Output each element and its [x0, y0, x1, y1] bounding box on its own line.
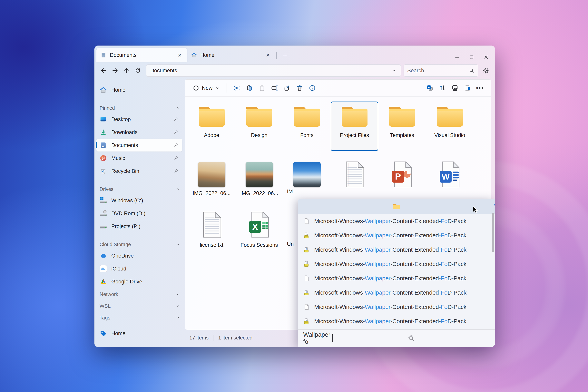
palette-search-input[interactable]: Wallpaper fo: [298, 330, 495, 347]
result-text-segment: Microsoft-Windows-: [314, 318, 365, 324]
up-button[interactable]: [121, 66, 132, 76]
overlay-result-row[interactable]: Microsoft-Windows-Wallpaper-Content-Exte…: [298, 257, 495, 271]
copy-button[interactable]: [244, 82, 256, 94]
settings-button[interactable]: [480, 65, 491, 76]
folder-label: Fonts: [300, 132, 314, 138]
close-button[interactable]: [480, 52, 492, 62]
chevron-up-icon: [176, 242, 180, 247]
section-header-cloud-storage[interactable]: Cloud Storage: [94, 239, 185, 250]
sort-icon: [439, 84, 446, 92]
status-divider: [213, 335, 214, 341]
properties-icon: [309, 84, 316, 92]
overlay-result-row[interactable]: Microsoft-Windows-Wallpaper-Content-Exte…: [298, 271, 495, 286]
address-text: Documents: [150, 68, 392, 74]
rename-button[interactable]: [269, 82, 280, 94]
back-button[interactable]: [98, 66, 109, 76]
more-options-button[interactable]: •••: [474, 82, 486, 94]
forward-button[interactable]: [109, 66, 121, 76]
minimize-button[interactable]: [451, 52, 463, 62]
section-header-network[interactable]: Network: [94, 288, 185, 300]
folder-tile-templates[interactable]: Templates: [378, 102, 426, 151]
sort-button[interactable]: [436, 82, 448, 94]
section-header-drives[interactable]: Drives: [94, 184, 185, 194]
new-tab-button[interactable]: [280, 50, 290, 60]
folder-tile-visual-studio[interactable]: Visual Studio: [426, 102, 474, 151]
tab-close-icon[interactable]: ×: [264, 52, 271, 58]
tab-home[interactable]: Home×: [187, 48, 275, 62]
file-tile-img-2022-06[interactable]: IMG_2022_06...: [188, 160, 236, 209]
cut-button[interactable]: [231, 82, 243, 94]
new-button-label: New: [202, 85, 212, 91]
section-header-pinned[interactable]: Pinned: [94, 103, 185, 113]
sidebar-item-downloads[interactable]: Downloads: [96, 126, 182, 138]
sidebar-item-home[interactable]: Home: [96, 84, 182, 96]
overlay-result-row[interactable]: Microsoft-Windows-Wallpaper-Content-Exte…: [298, 228, 495, 242]
overlay-result-row[interactable]: Microsoft-Windows-Wallpaper-Content-Exte…: [298, 242, 495, 257]
paste-button[interactable]: [256, 82, 268, 94]
gdrive-icon: [100, 278, 107, 286]
svg-text:X: X: [252, 222, 258, 232]
pin-icon[interactable]: [173, 130, 178, 135]
share-button[interactable]: [281, 82, 293, 94]
result-text-segment: Microsoft-Windows-: [314, 246, 365, 253]
folder-label: Adobe: [204, 132, 219, 138]
txt-file-icon: [201, 211, 222, 239]
sidebar-item-recycle-bin[interactable]: Recycle Bin: [96, 165, 182, 178]
sidebar-item-windows-c[interactable]: Windows (C:): [96, 194, 182, 207]
folder-tile-project-files[interactable]: Project Files: [331, 102, 378, 151]
tab-close-icon[interactable]: ×: [176, 52, 183, 58]
folder-tile-design[interactable]: Design: [236, 102, 283, 151]
sidebar-item-label: Documents: [111, 142, 173, 148]
overlay-result-row[interactable]: Microsoft-Windows-Wallpaper-Content-Exte…: [298, 286, 495, 300]
overlay-result-row[interactable]: Microsoft-Windows-Wallpaper-Content-Exte…: [298, 300, 495, 314]
sidebar-item-onedrive[interactable]: OneDrive: [96, 250, 182, 262]
chevron-up-icon: [176, 187, 180, 192]
sidebar-tag-home[interactable]: Home: [96, 327, 182, 340]
title-bar[interactable]: Documents×Home×: [94, 46, 495, 62]
sidebar-item-dvd-rom-d[interactable]: DVD Rom (D:): [96, 207, 182, 220]
view-button[interactable]: [449, 82, 461, 94]
file-tile-license-txt[interactable]: license.txt: [188, 210, 236, 259]
select-all-toggle[interactable]: [424, 82, 436, 94]
panes-button[interactable]: [462, 82, 473, 94]
result-text-segment: -Content-Extended-: [390, 261, 440, 267]
refresh-button[interactable]: [132, 66, 144, 76]
tab-documents[interactable]: Documents×: [96, 48, 187, 62]
folder-tile-fonts[interactable]: Fonts: [283, 102, 331, 151]
file-tile-focus-sessions[interactable]: XFocus Sessions: [236, 210, 283, 259]
ppt-file-icon: P: [392, 161, 413, 189]
sidebar-item-documents[interactable]: Documents: [96, 139, 182, 152]
chevron-down-icon[interactable]: [392, 68, 397, 74]
search-input[interactable]: Search: [404, 64, 478, 77]
sidebar-item-icloud[interactable]: iCloud: [96, 262, 182, 275]
section-header-tags[interactable]: Tags: [94, 312, 185, 324]
search-palette-overlay: Wallpaper folder Ctrl+1 Microsoft-Window…: [298, 199, 495, 347]
section-header-wsl[interactable]: WSL: [94, 300, 185, 312]
sidebar-item-desktop[interactable]: Desktop: [96, 113, 182, 126]
maximize-button[interactable]: [466, 52, 478, 62]
folder-tile-adobe[interactable]: Adobe: [188, 102, 236, 151]
downloads-icon: [100, 128, 107, 136]
delete-button[interactable]: [294, 82, 306, 94]
properties-button[interactable]: [306, 82, 318, 94]
pin-icon[interactable]: [173, 156, 178, 161]
file-tile-img-2022-06[interactable]: IMG_2022_06...: [236, 160, 283, 209]
address-bar[interactable]: Documents: [146, 64, 401, 77]
chevron-down-icon: [176, 304, 180, 308]
pin-icon[interactable]: [173, 116, 178, 122]
pin-icon[interactable]: [173, 142, 178, 148]
overlay-result-row[interactable]: Microsoft-Windows-Wallpaper-Content-Exte…: [298, 314, 495, 328]
sidebar-item-google-drive[interactable]: Google Drive: [96, 276, 182, 288]
sidebar-item-music[interactable]: Music: [96, 152, 182, 164]
overlay-result-row[interactable]: Microsoft-Windows-Wallpaper-Content-Exte…: [298, 214, 495, 228]
palette-scrollbar[interactable]: [492, 213, 494, 252]
sidebar-item-projects-p[interactable]: Projects (P:): [96, 220, 182, 233]
tab-strip-divider: [276, 52, 277, 59]
result-text-segment: D-Pack: [448, 218, 466, 224]
image-thumbnail: [246, 162, 273, 187]
new-button[interactable]: New: [190, 83, 223, 93]
pin-icon[interactable]: [173, 168, 178, 174]
gear-icon: [482, 67, 489, 74]
sidebar-item-label: Google Drive: [111, 279, 180, 285]
sidebar-item-label: Recycle Bin: [111, 168, 173, 174]
